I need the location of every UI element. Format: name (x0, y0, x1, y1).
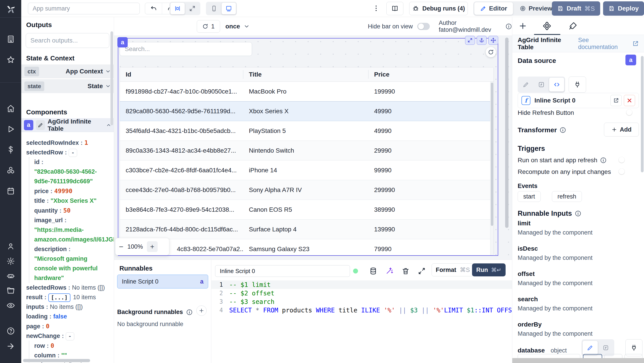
column-header-id[interactable]: Id (120, 67, 243, 82)
static-mode-button[interactable] (518, 78, 534, 92)
settings-vertical-scrollbar[interactable] (641, 56, 644, 172)
schedules-calendar-icon[interactable] (6, 187, 15, 195)
format-button[interactable]: Format ⌘S (432, 263, 474, 276)
resources-cubes-icon[interactable] (6, 166, 15, 175)
output-tree-row-selectedRow[interactable]: selectedRow:- (26, 148, 111, 157)
hide-bar-toggle[interactable] (417, 23, 430, 30)
anchor-component-button[interactable] (477, 36, 486, 45)
table-row[interactable]: 89c0a336-1343-4812-ac34-e4bb8e27...Ninte… (120, 141, 494, 160)
audit-eye-icon[interactable] (6, 301, 15, 310)
favorites-star-icon[interactable] (6, 56, 15, 64)
code-line-1[interactable]: 1-- $1 limit (211, 280, 512, 289)
see-documentation-link[interactable]: See documentation (578, 37, 639, 51)
component-settings-tab-icon[interactable] (542, 22, 552, 31)
delete-trash-icon[interactable] (402, 267, 410, 275)
deploy-button[interactable]: Deploy (603, 1, 644, 16)
zoom-out-button[interactable]: − (119, 242, 124, 251)
home-icon[interactable] (6, 104, 15, 113)
variables-dollar-icon[interactable] (6, 145, 15, 154)
column-header-title[interactable]: Title (243, 67, 368, 82)
table-row[interactable]: ccee43dc-27e0-40a8-b768-b09579b0...Sony … (120, 180, 494, 200)
code-line-4[interactable]: 4SELECT * FROM products WHERE title ILIK… (211, 306, 512, 314)
connect-mode-button[interactable] (569, 77, 586, 93)
rename-component-button[interactable] (36, 120, 45, 130)
table-scrollbar[interactable] (490, 82, 494, 255)
output-tree-row-description[interactable]: description:"Microsoft gaming console wi… (34, 244, 111, 283)
output-tree-row-selectedRows[interactable]: selectedRows:No items ([]) (26, 283, 111, 292)
event-pill-start[interactable]: start (518, 191, 541, 202)
table-row[interactable]: 354f6afd-43ac-4321-b1bc-0b5e5adcb...Play… (120, 121, 494, 141)
tab-editor[interactable]: Editor (474, 2, 513, 15)
expand-array-button[interactable]: [...] (48, 293, 70, 302)
debug-runs-button[interactable]: Debug runs (4) (409, 2, 468, 15)
zoom-in-button[interactable]: + (147, 241, 158, 252)
output-tree-row-page[interactable]: page:0 (26, 321, 111, 331)
database-icon[interactable] (369, 267, 377, 275)
outputs-search-input[interactable]: Search outputs... (26, 33, 109, 48)
add-transformer-button[interactable]: Add (604, 123, 639, 137)
output-tree-row-id[interactable]: id:"829ca080-5630-4562-9d5e-7611199dc669… (34, 157, 111, 186)
code-line-2[interactable]: 2-- $2 offset (211, 289, 512, 297)
ai-wand-icon[interactable] (385, 267, 393, 275)
workers-robot-icon[interactable] (6, 272, 15, 280)
aggrid-component-selected[interactable]: a Search... IdTitlePrice f991898d-cb27-4… (118, 38, 498, 256)
output-tree-row-newChange[interactable]: newChange:- (26, 331, 111, 341)
table-row[interactable]: 2128adca-7fc6-44bd-800c-dc115df6ac...Sur… (120, 220, 494, 239)
app-summary-input[interactable]: App summary (28, 3, 140, 14)
add-background-runnable-button[interactable] (196, 305, 206, 316)
script-name-input[interactable]: Inline Script 0 (215, 265, 350, 277)
ctx-row[interactable]: ctx App Context (21, 65, 114, 78)
styling-tab-icon[interactable] (568, 22, 577, 31)
output-tree-row-inputs[interactable]: inputs:No items ([]) (26, 302, 111, 312)
kebab-menu-icon[interactable] (372, 5, 380, 12)
info-icon[interactable] (560, 127, 566, 133)
draft-button[interactable]: Draft ⌘S (552, 1, 600, 16)
code-line-3[interactable]: 3-- $3 search (211, 297, 512, 306)
info-icon[interactable] (600, 157, 607, 164)
table-row[interactable]: 4c83-8022-5e70a07a2...Samsung Galaxy S23… (120, 239, 494, 255)
runs-play-icon[interactable] (6, 125, 15, 133)
undo-button[interactable] (145, 5, 162, 12)
outputs-horizontal-scrollbar[interactable] (23, 359, 90, 362)
data-source-script-row[interactable]: f Inline Script 0 ✕ (518, 93, 639, 108)
run-button[interactable]: Run ⌘↵ (472, 263, 506, 276)
output-tree-row-title[interactable]: title:"Xbox Series X" (34, 196, 111, 206)
output-tree-row-selectedRowIndex[interactable]: selectedRowIndex:1 (26, 138, 111, 148)
fullwidth-layout-button[interactable] (185, 3, 200, 14)
code-editor[interactable]: 1-- $1 limit2-- $2 offset3-- $3 search4S… (211, 280, 512, 363)
info-icon[interactable] (505, 23, 512, 30)
state-row[interactable]: state State (21, 79, 114, 93)
component-row[interactable]: a AgGrid Infinite Table (21, 118, 114, 132)
output-tree-row-row[interactable]: row:0 (34, 341, 111, 351)
insert-component-tab-icon[interactable] (518, 22, 527, 31)
help-icon[interactable] (6, 327, 15, 335)
folders-icon[interactable] (6, 286, 15, 295)
move-component-button[interactable] (488, 36, 498, 45)
grid-search-input[interactable]: Search... (120, 42, 252, 56)
table-row[interactable]: f991898d-cb27-4ac7-b10c-0b9050ce1...MacB… (120, 82, 494, 101)
database-template-button[interactable] (598, 341, 613, 355)
frequency-dropdown[interactable]: once (226, 20, 250, 33)
event-pill-refresh[interactable]: refresh (552, 191, 582, 202)
workspace-icon[interactable] (6, 35, 15, 44)
canvas-vertical-scrollbar[interactable] (505, 38, 508, 228)
database-static-button[interactable] (582, 341, 598, 355)
center-layout-button[interactable] (170, 3, 185, 14)
table-row[interactable]: b3e864c8-7fe3-4270-89e9-54c12038...Canon… (120, 200, 494, 220)
tab-preview[interactable]: Preview (514, 2, 558, 15)
output-tree-row-image_url[interactable]: image_url:"https://m.media-amazon.com/im… (34, 215, 111, 244)
info-icon[interactable] (186, 309, 193, 315)
refresh-count-button[interactable]: 1 (197, 20, 220, 33)
expand-component-button[interactable] (465, 36, 475, 45)
mobile-view-button[interactable] (207, 3, 221, 14)
table-row[interactable]: c303bce7-cb2e-42c6-8fdf-6aa01fc4e4...iPh… (120, 160, 494, 180)
output-tree-row-quantity[interactable]: quantity:50 (34, 206, 111, 215)
output-tree-row-loading[interactable]: loading:false (26, 312, 111, 321)
remove-script-button[interactable]: ✕ (624, 95, 635, 106)
collapse-button[interactable]: - (69, 149, 77, 157)
fullscreen-icon[interactable] (418, 267, 426, 275)
grid-refresh-button[interactable] (486, 47, 496, 57)
component-tag[interactable]: a (118, 37, 128, 48)
user-icon[interactable] (6, 242, 15, 251)
open-script-button[interactable] (610, 95, 622, 106)
